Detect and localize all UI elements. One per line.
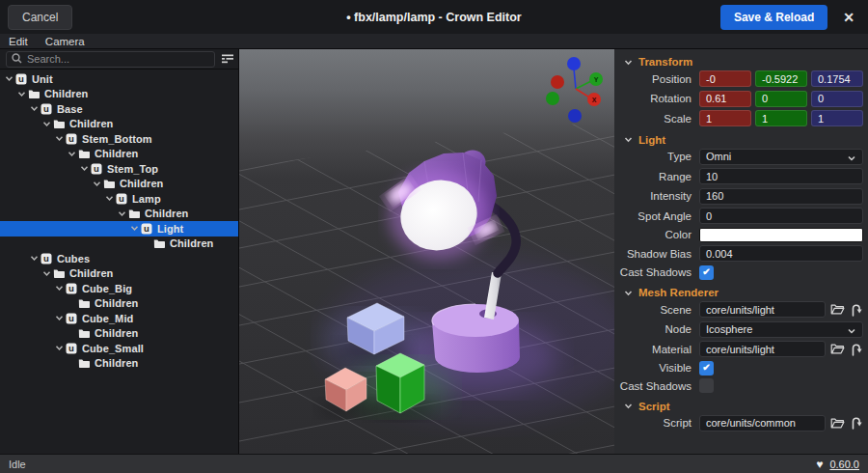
expander-chevron-icon[interactable] (28, 104, 41, 113)
status-text: Idle (9, 459, 26, 470)
expander-chevron-icon[interactable] (78, 164, 91, 173)
tree-item-stem_top[interactable]: uStem_Top (0, 161, 238, 177)
goto-reference-icon[interactable] (850, 416, 863, 430)
menu-camera[interactable]: Camera (45, 36, 85, 47)
spot-angle-field[interactable]: 0 (699, 208, 863, 224)
section-title: Mesh Renderer (638, 287, 719, 298)
node-label: Node (614, 323, 699, 335)
tree-item-children[interactable]: Children (0, 177, 238, 192)
tree-item-children[interactable]: Children (0, 207, 238, 222)
open-folder-icon[interactable] (829, 343, 846, 355)
statusbar: Idle ♥ 0.60.0 (0, 454, 868, 473)
scene-field[interactable]: core/units/light (699, 301, 826, 318)
visible-checkbox[interactable]: ✔ (699, 361, 714, 376)
tree-item-cube_small[interactable]: uCube_Small (0, 341, 238, 356)
svg-text:u: u (68, 283, 74, 293)
tree-item-children[interactable]: Children (0, 117, 238, 132)
tree-item-children[interactable]: Children (0, 296, 238, 312)
expander-chevron-icon[interactable] (41, 269, 53, 278)
expander-chevron-icon[interactable] (3, 74, 15, 83)
expander-chevron-icon[interactable] (91, 180, 103, 188)
svg-text:u: u (68, 133, 74, 144)
tree-item-children[interactable]: Children (0, 326, 238, 342)
heart-icon[interactable]: ♥ (816, 458, 823, 471)
section-transform[interactable]: Transform (614, 52, 863, 70)
expander-chevron-icon[interactable] (53, 134, 66, 143)
tree-item-lamp[interactable]: uLamp (0, 191, 238, 207)
tree-item-cube_big[interactable]: uCube_Big (0, 281, 238, 296)
cancel-button[interactable]: Cancel (8, 5, 72, 30)
shadow-bias-field[interactable]: 0.004 (699, 245, 863, 262)
tree-item-children[interactable]: Children (0, 236, 238, 252)
section-title: Script (638, 401, 670, 412)
expander-chevron-icon[interactable] (28, 254, 41, 263)
menu-edit[interactable]: Edit (9, 36, 28, 47)
viewport-3d[interactable]: Y X (239, 49, 614, 454)
folder-icon (78, 149, 92, 159)
expander-chevron-icon[interactable] (53, 314, 66, 322)
expander-chevron-icon[interactable] (128, 224, 141, 233)
rotation-z-field[interactable]: 0 (811, 91, 863, 107)
chevron-down-icon (624, 135, 633, 144)
expander-chevron-icon[interactable] (41, 120, 53, 128)
scale-y-field[interactable]: 1 (755, 110, 807, 126)
version-link[interactable]: 0.60.0 (829, 459, 859, 470)
expander-chevron-icon[interactable] (53, 284, 66, 292)
expander-chevron-icon[interactable] (66, 150, 78, 158)
expander-chevron-icon[interactable] (15, 90, 28, 98)
mesh-cast-shadows-checkbox[interactable]: ✔ (699, 378, 714, 393)
tree-item-children[interactable]: Children (0, 266, 238, 282)
filter-icon[interactable] (221, 53, 234, 65)
section-mesh-renderer[interactable]: Mesh Renderer (614, 283, 863, 301)
rotation-y-field[interactable]: 0 (755, 91, 807, 107)
scale-label: Scale (614, 113, 699, 125)
expander-chevron-icon[interactable] (103, 194, 116, 203)
axis-y-neg (546, 92, 559, 105)
tree-item-stem_bottom[interactable]: uStem_Bottom (0, 131, 238, 147)
position-label: Position (614, 73, 699, 85)
search-row (0, 49, 238, 70)
tree-item-light[interactable]: uLight (0, 221, 238, 236)
position-z-field[interactable]: 0.1754 (811, 70, 863, 87)
tree-item-label: Children (69, 267, 113, 279)
section-light[interactable]: Light (614, 130, 863, 149)
script-field[interactable]: core/units/common (699, 415, 826, 431)
range-field[interactable]: 10 (699, 168, 863, 184)
position-x-field[interactable]: -0 (699, 70, 751, 87)
section-script[interactable]: Script (614, 397, 863, 415)
node-dropdown[interactable]: Icosphere (699, 321, 863, 338)
tree-item-children[interactable]: Children (0, 87, 238, 102)
light-color-swatch[interactable] (699, 228, 863, 242)
light-type-dropdown[interactable]: Omni (699, 149, 863, 165)
material-field[interactable]: core/units/light (699, 341, 826, 357)
tree-item-base[interactable]: uBase (0, 101, 238, 117)
search-box[interactable] (6, 51, 215, 68)
intensity-field[interactable]: 160 (699, 188, 863, 205)
open-folder-icon[interactable] (829, 303, 846, 316)
rotation-x-field[interactable]: 0.61 (699, 91, 751, 107)
expander-chevron-icon[interactable] (116, 209, 128, 218)
open-folder-icon[interactable] (829, 417, 846, 430)
cast-shadows-label: Cast Shadows (614, 266, 699, 278)
scene-label: Scene (614, 304, 699, 316)
close-icon[interactable]: ✕ (839, 10, 858, 25)
folder-icon (53, 119, 67, 129)
goto-reference-icon[interactable] (850, 343, 863, 356)
scale-z-field[interactable]: 1 (811, 110, 863, 126)
tree-item-unit[interactable]: uUnit (0, 71, 238, 87)
light-cast-shadows-checkbox[interactable]: ✔ (699, 265, 714, 280)
tree-item-cube_mid[interactable]: uCube_Mid (0, 311, 238, 326)
tree-item-label: Unit (32, 73, 53, 85)
menubar: Edit Camera (0, 34, 868, 49)
expander-chevron-icon[interactable] (53, 344, 66, 352)
scale-x-field[interactable]: 1 (699, 110, 751, 126)
save-reload-button[interactable]: Save & Reload (720, 5, 827, 30)
goto-reference-icon[interactable] (850, 303, 863, 317)
search-input[interactable] (27, 53, 209, 65)
position-y-field[interactable]: -0.5922 (755, 70, 807, 87)
tree-item-cubes[interactable]: uCubes (0, 251, 238, 266)
color-label: Color (614, 229, 699, 240)
axis-z-neg (568, 109, 582, 123)
tree-item-children[interactable]: Children (0, 147, 238, 162)
tree-item-children[interactable]: Children (0, 356, 238, 372)
